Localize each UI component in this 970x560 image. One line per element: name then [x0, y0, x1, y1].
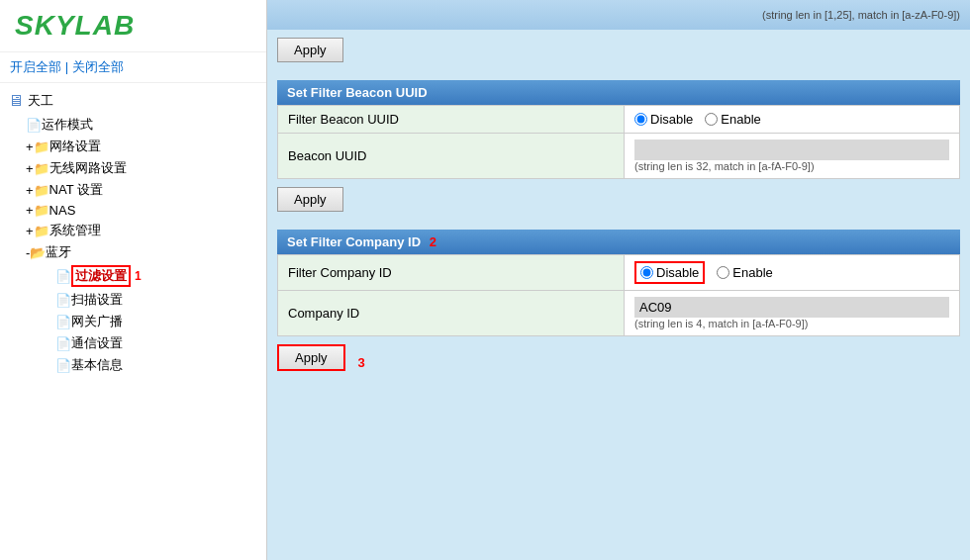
sidebar-item-label: 网络设置: [49, 138, 101, 155]
page-icon: 📄: [55, 315, 71, 329]
beacon-uuid-value: (string len is 32, match in [a-fA-F0-9]): [625, 134, 960, 179]
beacon-uuid-input[interactable]: [634, 140, 949, 160]
sidebar-item-label: 网关广播: [71, 313, 123, 330]
sidebar: SKYLAB 开启全部 | 关闭全部 🖥 天工 📄 运作模式 + 📁 网络设置: [0, 0, 267, 560]
nav-tree: 🖥 天工 📄 运作模式 + 📁 网络设置 + 📁 无线网路设置: [0, 83, 266, 560]
nav-sub-items: 📄 运作模式 + 📁 网络设置 + 📁 无线网路设置 + 📁 NAT 设置: [0, 114, 266, 376]
page-icon: 📄: [55, 293, 71, 308]
first-apply-section: Apply: [277, 38, 960, 72]
filter-company-id-disable-label[interactable]: Disable: [634, 261, 705, 284]
filter-company-id-table: Filter Company ID Disable Enable: [277, 254, 960, 336]
sidebar-item-label: 基本信息: [71, 356, 123, 374]
filter-company-id-header: Set Filter Company ID 2: [277, 230, 960, 254]
company-id-hint: (string len is 4, match in [a-fA-F0-9]): [634, 318, 949, 329]
page-icon: 📄: [55, 269, 71, 284]
filter-beacon-uuid-value: Disable Enable: [625, 106, 960, 134]
filter-beacon-uuid-radio-group: Disable Enable: [634, 112, 949, 127]
first-apply-button[interactable]: Apply: [277, 38, 343, 62]
folder-icon: 📁: [34, 183, 49, 198]
section-number-badge: 2: [430, 234, 436, 249]
table-row: Filter Beacon UUID Disable Enable: [278, 106, 960, 134]
content-area: Apply Set Filter Beacon UUID Filter Beac…: [267, 30, 970, 560]
company-id-value: (string len is 4, match in [a-fA-F0-9]): [625, 291, 960, 336]
filter-company-id-disable-radio[interactable]: [640, 266, 653, 279]
sidebar-item-gateway-broadcast[interactable]: 📄 网关广播: [48, 311, 266, 332]
expand-icon: +: [26, 224, 34, 238]
company-id-label: Company ID: [278, 291, 625, 336]
filter-beacon-uuid-table: Filter Beacon UUID Disable Enable: [277, 105, 960, 179]
beacon-uuid-label: Beacon UUID: [278, 134, 625, 179]
filter-company-id-radio-group: Disable Enable: [634, 261, 949, 284]
expand-icon: +: [26, 203, 34, 218]
sidebar-item-label: 运作模式: [42, 116, 93, 134]
toggle-links-area: 开启全部 | 关闭全部: [0, 52, 266, 83]
filter-company-id-section: Set Filter Company ID 2 Filter Company I…: [277, 230, 960, 381]
filter-company-id-enable-text: Enable: [732, 265, 772, 280]
computer-icon: 🖥: [8, 92, 24, 110]
top-bar-text: (string len in [1,25], match in [a-zA-F0…: [762, 9, 960, 21]
logo-sky: SKY: [15, 10, 75, 41]
folder-icon: 📁: [34, 140, 49, 154]
table-row: Beacon UUID (string len is 32, match in …: [278, 134, 960, 179]
expand-icon: +: [26, 140, 34, 154]
sidebar-item-label: 通信设置: [71, 334, 123, 352]
filter-beacon-uuid-section: Set Filter Beacon UUID Filter Beacon UUI…: [277, 80, 960, 222]
toggle-close-link[interactable]: 关闭全部: [72, 59, 124, 74]
company-id-input[interactable]: [634, 297, 949, 318]
sidebar-item-label[interactable]: 过滤设置: [71, 265, 131, 287]
sidebar-item-label: NAT 设置: [49, 181, 103, 199]
sidebar-item-nas[interactable]: + 📁 NAS: [18, 201, 266, 220]
toggle-separator: |: [65, 59, 68, 74]
sidebar-item-operation-mode[interactable]: 📄 运作模式: [18, 114, 266, 136]
filter-beacon-uuid-enable-radio[interactable]: [705, 113, 718, 126]
folder-icon: 📁: [34, 203, 49, 218]
filter-beacon-uuid-header: Set Filter Beacon UUID: [277, 80, 960, 105]
sidebar-item-label: 无线网路设置: [49, 159, 127, 177]
filter-beacon-uuid-enable-text: Enable: [721, 112, 760, 127]
folder-icon: 📁: [34, 161, 49, 176]
filter-company-id-disable-text: Disable: [656, 265, 699, 280]
filter-company-id-label: Filter Company ID: [278, 255, 625, 291]
filter-beacon-uuid-disable-label[interactable]: Disable: [634, 112, 693, 127]
filter-beacon-uuid-title: Set Filter Beacon UUID: [287, 85, 428, 100]
sidebar-item-nat[interactable]: + 📁 NAT 设置: [18, 179, 266, 201]
filter-company-id-enable-label[interactable]: Enable: [717, 265, 772, 280]
nav-root-item[interactable]: 🖥 天工: [0, 88, 266, 114]
folder-icon-open: 📂: [30, 245, 46, 260]
sidebar-item-network[interactable]: + 📁 网络设置: [18, 136, 266, 157]
expand-icon: +: [26, 183, 34, 198]
table-row: Company ID (string len is 4, match in [a…: [278, 291, 960, 336]
page-icon: 📄: [55, 358, 71, 373]
beacon-uuid-apply-button[interactable]: Apply: [277, 187, 343, 212]
sidebar-item-filter-settings[interactable]: 📄 过滤设置 1: [48, 263, 266, 289]
filter-beacon-uuid-disable-radio[interactable]: [634, 113, 647, 126]
sidebar-item-sysadmin[interactable]: + 📁 系统管理: [18, 220, 266, 241]
sidebar-item-basic-info[interactable]: 📄 基本信息: [48, 354, 266, 376]
page-icon: 📄: [26, 118, 42, 133]
filter-company-id-title: Set Filter Company ID: [287, 234, 421, 249]
filter-beacon-uuid-label: Filter Beacon UUID: [278, 106, 625, 134]
logo: SKYLAB: [15, 10, 251, 42]
nav-root-label: 天工: [28, 92, 53, 110]
company-id-apply-button[interactable]: Apply: [277, 344, 345, 371]
sidebar-item-comm-settings[interactable]: 📄 通信设置: [48, 332, 266, 354]
expand-icon: +: [26, 161, 34, 176]
table-row: Filter Company ID Disable Enable: [278, 255, 960, 291]
sidebar-item-label: 蓝牙: [46, 243, 71, 261]
filter-beacon-uuid-enable-label[interactable]: Enable: [705, 112, 760, 127]
sidebar-item-label: 系统管理: [49, 222, 101, 239]
filter-beacon-uuid-disable-text: Disable: [650, 112, 693, 127]
sidebar-item-scan-settings[interactable]: 📄 扫描设置: [48, 289, 266, 311]
sidebar-item-bluetooth[interactable]: - 📂 蓝牙: [18, 241, 266, 263]
bluetooth-subitems: 📄 过滤设置 1 📄 扫描设置 📄 网关广播 📄 通信设置 📄: [18, 263, 266, 376]
company-id-apply-row: Apply 3: [277, 344, 960, 381]
top-bar: (string len in [1,25], match in [a-zA-F0…: [267, 0, 970, 30]
toggle-open-link[interactable]: 开启全部: [10, 59, 61, 74]
filter-company-id-enable-radio[interactable]: [717, 266, 729, 279]
item-number-badge: 1: [135, 269, 142, 283]
filter-company-id-value: Disable Enable: [625, 255, 960, 291]
sidebar-item-label: 扫描设置: [71, 291, 123, 309]
apply-number-badge: 3: [358, 355, 365, 370]
sidebar-item-wireless[interactable]: + 📁 无线网路设置: [18, 157, 266, 179]
logo-lab: LAB: [75, 10, 136, 41]
